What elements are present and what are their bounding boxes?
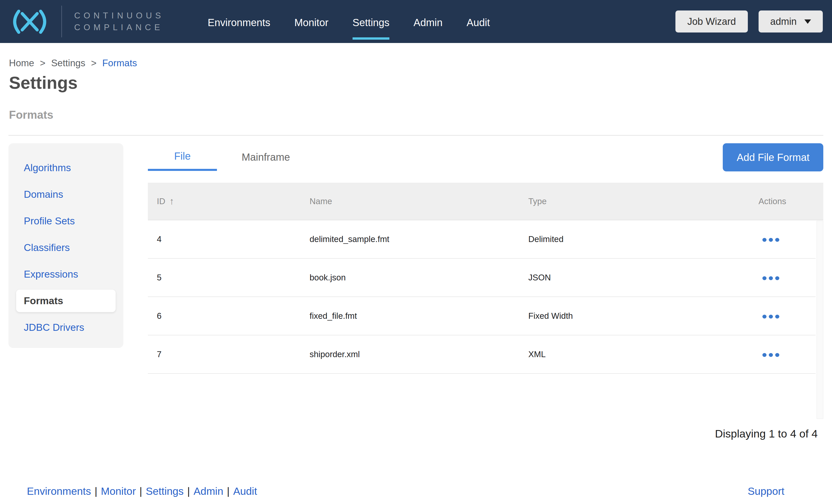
cell-id: 4: [148, 234, 310, 244]
cell-id: 7: [148, 349, 310, 359]
nav-item-settings[interactable]: Settings: [353, 4, 390, 39]
cell-type: Delimited: [528, 234, 755, 244]
column-header-actions: Actions: [755, 196, 823, 206]
breadcrumb-separator: >: [91, 58, 97, 68]
nav-item-monitor[interactable]: Monitor: [294, 4, 328, 39]
top-navbar: CONTINUOUS COMPLIANCE Environments Monit…: [0, 0, 832, 43]
user-menu-button[interactable]: admin: [759, 10, 823, 32]
primary-nav: Environments Monitor Settings Admin Audi…: [208, 4, 490, 39]
row-actions-ellipsis-icon[interactable]: [760, 235, 782, 244]
cell-id: 6: [148, 311, 310, 321]
nav-item-audit[interactable]: Audit: [467, 4, 490, 39]
divider: [8, 135, 823, 136]
tab-file[interactable]: File: [148, 143, 217, 171]
footer-link-support[interactable]: Support: [748, 485, 784, 497]
column-header-id[interactable]: ID ↑: [148, 196, 310, 207]
table-row: 7 shiporder.xml XML: [148, 336, 816, 374]
table-row: 5 book.json JSON: [148, 259, 816, 297]
row-actions-ellipsis-icon[interactable]: [760, 350, 782, 360]
page-title: Settings: [9, 73, 823, 92]
settings-sidebar: Algorithms Domains Profile Sets Classifi…: [8, 143, 123, 348]
footer-separator: |: [139, 485, 142, 497]
tab-mainframe[interactable]: Mainframe: [217, 143, 315, 171]
footer-link-admin[interactable]: Admin: [194, 485, 223, 497]
main-panel: File Mainframe Add File Format ID ↑ Name…: [148, 143, 823, 440]
sort-ascending-icon: ↑: [170, 196, 174, 207]
cell-type: Fixed Width: [528, 311, 755, 321]
sidebar-item-jdbc-drivers[interactable]: JDBC Drivers: [8, 314, 123, 341]
breadcrumb-formats[interactable]: Formats: [102, 58, 137, 68]
table-header-row: ID ↑ Name Type Actions: [148, 183, 823, 220]
delphix-logo-icon: [9, 10, 50, 35]
cell-type: JSON: [528, 273, 755, 283]
table-body: 4 delimited_sample.fmt Delimited 5 book.…: [148, 220, 816, 419]
sidebar-item-algorithms[interactable]: Algorithms: [8, 155, 123, 181]
column-header-type: Type: [528, 196, 755, 206]
nav-item-admin[interactable]: Admin: [413, 4, 442, 39]
column-header-name: Name: [310, 196, 528, 206]
breadcrumb-separator: >: [40, 58, 46, 68]
job-wizard-button[interactable]: Job Wizard: [675, 10, 748, 32]
sidebar-item-formats[interactable]: Formats: [16, 290, 115, 312]
cell-name: book.json: [310, 273, 528, 283]
footer-link-monitor[interactable]: Monitor: [101, 485, 136, 497]
caret-down-icon: [804, 20, 811, 24]
cell-type: XML: [528, 349, 755, 359]
breadcrumb: Home > Settings > Formats: [9, 58, 823, 69]
job-wizard-label: Job Wizard: [687, 16, 736, 27]
table-scrollbar[interactable]: [817, 221, 823, 419]
cell-id: 5: [148, 273, 310, 283]
footer-link-audit[interactable]: Audit: [233, 485, 257, 497]
formats-table: ID ↑ Name Type Actions 4 delimited_sampl…: [148, 183, 823, 419]
section-title: Formats: [9, 108, 823, 121]
user-menu-label: admin: [770, 16, 797, 27]
brand-line2: COMPLIANCE: [74, 22, 164, 33]
sidebar-item-domains[interactable]: Domains: [8, 181, 123, 208]
sidebar-item-profile-sets[interactable]: Profile Sets: [8, 208, 123, 234]
footer-link-environments[interactable]: Environments: [27, 485, 91, 497]
footer: Environments | Monitor | Settings | Admi…: [0, 485, 832, 504]
brand-divider: [61, 6, 62, 37]
sidebar-item-classifiers[interactable]: Classifiers: [8, 234, 123, 261]
sidebar-item-expressions[interactable]: Expressions: [8, 261, 123, 288]
footer-separator: |: [227, 485, 230, 497]
footer-link-settings[interactable]: Settings: [146, 485, 184, 497]
pagination-status: Displaying 1 to 4 of 4: [715, 427, 818, 440]
column-header-id-label: ID: [157, 196, 165, 206]
cell-name: fixed_file.fmt: [310, 311, 528, 321]
breadcrumb-home[interactable]: Home: [9, 58, 34, 68]
brand-text: CONTINUOUS COMPLIANCE: [74, 10, 164, 33]
tabs-row: File Mainframe Add File Format: [148, 143, 823, 171]
row-actions-ellipsis-icon[interactable]: [760, 312, 782, 321]
content-area: Algorithms Domains Profile Sets Classifi…: [8, 143, 823, 440]
cell-name: shiporder.xml: [310, 349, 528, 359]
add-file-format-button[interactable]: Add File Format: [723, 143, 823, 171]
footer-separator: |: [187, 485, 190, 497]
brand-line1: CONTINUOUS: [74, 10, 164, 22]
table-row: 4 delimited_sample.fmt Delimited: [148, 220, 816, 259]
table-row: 6 fixed_file.fmt Fixed Width: [148, 297, 816, 336]
footer-separator: |: [95, 485, 98, 497]
nav-item-environments[interactable]: Environments: [208, 4, 270, 39]
row-actions-ellipsis-icon[interactable]: [760, 274, 782, 283]
breadcrumb-settings[interactable]: Settings: [51, 58, 85, 68]
cell-name: delimited_sample.fmt: [310, 234, 528, 244]
